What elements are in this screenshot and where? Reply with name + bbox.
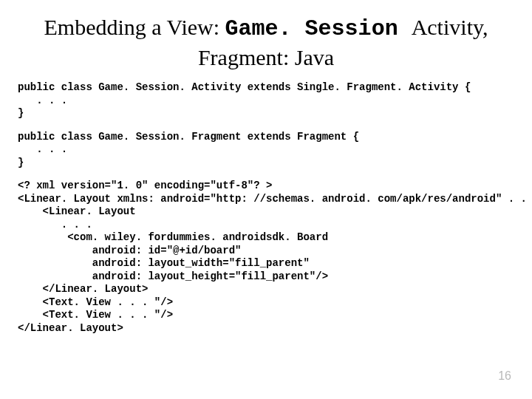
slide: Embedding a View: Game. Session Activity… (0, 0, 532, 399)
title-mono: Game. Session (225, 16, 412, 41)
page-number: 16 (498, 369, 511, 383)
title-part1: Embedding a View: (44, 15, 225, 39)
code-block-xml: <? xml version="1. 0" encoding="utf-8"? … (18, 180, 514, 335)
code-block-fragment: public class Game. Session. Fragment ext… (18, 131, 514, 170)
title-line2: Fragment: Java (198, 45, 334, 69)
slide-title: Embedding a View: Game. Session Activity… (18, 13, 514, 71)
title-part2: Activity, (412, 15, 488, 39)
code-block-activity: public class Game. Session. Activity ext… (18, 81, 514, 120)
